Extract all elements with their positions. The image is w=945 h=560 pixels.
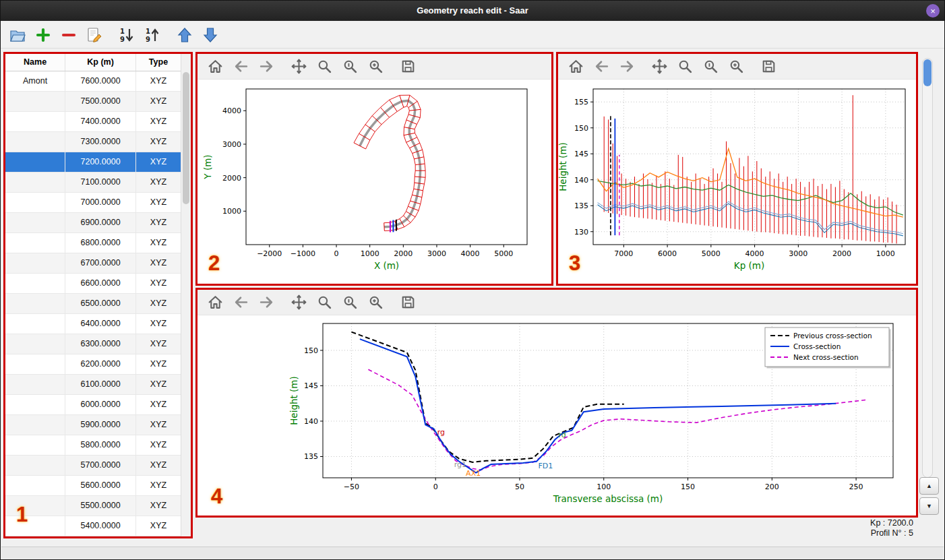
profile-up-button[interactable]: ▲ [919,477,939,495]
back-icon [233,294,249,311]
subplots-button[interactable] [340,57,360,76]
edit-profile-icon [86,26,103,44]
pan-button[interactable] [650,57,669,76]
longitudinal-profile-chart[interactable]: 7000600050004000300020001000130135140145… [558,80,916,284]
window-vertical-scrollbar[interactable] [922,58,933,478]
col-header-kp[interactable]: Kp (m) [65,54,136,71]
zoom-button[interactable] [315,292,334,312]
close-button[interactable]: × [926,4,940,18]
open-file-button[interactable] [7,25,28,45]
svg-text:155: 155 [574,98,588,106]
zoom-icon [677,58,694,75]
table-row[interactable]: 6200.0000XYZ [5,354,181,374]
svg-text:Cross-section: Cross-section [793,342,841,350]
svg-text:6000: 6000 [658,249,677,258]
remove-profile-icon [60,26,78,44]
move-down-button[interactable] [200,25,220,45]
subplots-icon [702,58,719,75]
col-header-name[interactable]: Name [5,54,65,71]
add-profile-button[interactable] [33,25,53,45]
svg-text:145: 145 [304,381,318,390]
home-button[interactable] [206,292,225,312]
svg-text:7000: 7000 [614,249,633,258]
move-up-icon [176,26,193,44]
forward-button[interactable] [257,292,276,312]
svg-text:1: 1 [120,28,125,35]
table-scrollbar[interactable] [181,54,191,536]
sort-descending-button[interactable]: 19 [142,25,162,45]
profiles-table: Name Kp (m) Type Amont7600.0000XYZ7500.0… [5,54,181,536]
cell-name [5,455,65,475]
save-button[interactable] [759,57,779,76]
cross-section-chart[interactable]: −50050100150200250135140145150Transverse… [197,315,916,516]
table-row[interactable]: 5500.0000XYZ [5,495,181,516]
plan-view-panel: −2000−1000010002000300040005000100020003… [195,52,553,286]
table-row[interactable]: 6600.0000XYZ [5,273,181,293]
titlebar[interactable]: Geometry reach edit - Saar × [1,1,944,21]
plan-view-chart[interactable]: −2000−1000010002000300040005000100020003… [197,80,551,284]
table-row[interactable]: Amont7600.0000XYZ [5,71,181,91]
table-row[interactable]: 5900.0000XYZ [5,414,181,435]
forward-button[interactable] [617,57,637,76]
table-row[interactable]: 6500.0000XYZ [5,293,181,313]
table-row[interactable]: 7100.0000XYZ [5,172,181,192]
pan-button[interactable] [289,57,309,76]
table-row[interactable]: 6100.0000XYZ [5,374,181,394]
table-row[interactable]: 6700.0000XYZ [5,253,181,273]
table-row[interactable]: 7200.0000XYZ [5,152,181,172]
remove-profile-button[interactable] [59,25,79,45]
subplots-button[interactable] [701,57,721,76]
profile-down-button[interactable]: ▼ [919,497,939,515]
cell-kp: 5800.0000 [65,435,136,455]
table-header-row: Name Kp (m) Type [5,54,181,71]
zoom-button[interactable] [675,57,695,76]
table-row[interactable]: 7500.0000XYZ [5,91,181,111]
save-button[interactable] [398,57,418,76]
table-row[interactable]: 5700.0000XYZ [5,455,181,475]
forward-button[interactable] [257,57,276,76]
save-button[interactable] [398,292,418,312]
svg-text:−50: −50 [344,483,359,491]
svg-text:5000: 5000 [494,249,513,258]
geometry-reach-edit-window: Geometry reach edit - Saar × 1919 Name K… [0,0,945,560]
edit-profile-button[interactable] [84,25,104,45]
sort-ascending-button[interactable]: 19 [117,25,137,45]
cell-type: XYZ [135,495,181,516]
table-row[interactable]: 6000.0000XYZ [5,394,181,414]
col-header-type[interactable]: Type [135,54,181,71]
table-row[interactable]: 5400.0000XYZ [5,516,181,536]
back-button[interactable] [592,57,611,76]
table-row[interactable]: 6300.0000XYZ [5,334,181,354]
table-row[interactable]: 6400.0000XYZ [5,313,181,334]
table-row[interactable]: 5800.0000XYZ [5,435,181,455]
cell-type: XYZ [135,232,181,253]
cell-type: XYZ [135,253,181,273]
table-row[interactable]: 6800.0000XYZ [5,232,181,253]
move-up-button[interactable] [175,25,195,45]
window-scrollbar-thumb[interactable] [923,59,932,86]
longitudinal-toolbar [558,54,916,80]
table-row[interactable]: 7000.0000XYZ [5,192,181,212]
table-row[interactable]: 7300.0000XYZ [5,131,181,152]
svg-text:2000: 2000 [222,174,241,183]
table-row[interactable]: 6900.0000XYZ [5,212,181,232]
svg-text:5000: 5000 [702,249,721,258]
table-row[interactable]: 7400.0000XYZ [5,111,181,131]
home-button[interactable] [206,57,225,76]
back-button[interactable] [231,292,251,312]
cell-kp: 6000.0000 [65,394,136,414]
table-scrollbar-thumb[interactable] [183,72,189,204]
home-button[interactable] [566,57,586,76]
pan-button[interactable] [289,292,309,312]
back-button[interactable] [231,57,251,76]
svg-text:150: 150 [304,346,318,355]
customize-button[interactable] [366,292,386,312]
svg-text:−2000: −2000 [257,249,282,258]
table-row[interactable]: 5600.0000XYZ [5,475,181,495]
subplots-button[interactable] [340,292,360,312]
customize-button[interactable] [366,57,386,76]
zoom-button[interactable] [315,57,334,76]
customize-button[interactable] [727,57,746,76]
svg-text:150: 150 [681,483,695,491]
svg-text:Height (m): Height (m) [558,142,568,191]
